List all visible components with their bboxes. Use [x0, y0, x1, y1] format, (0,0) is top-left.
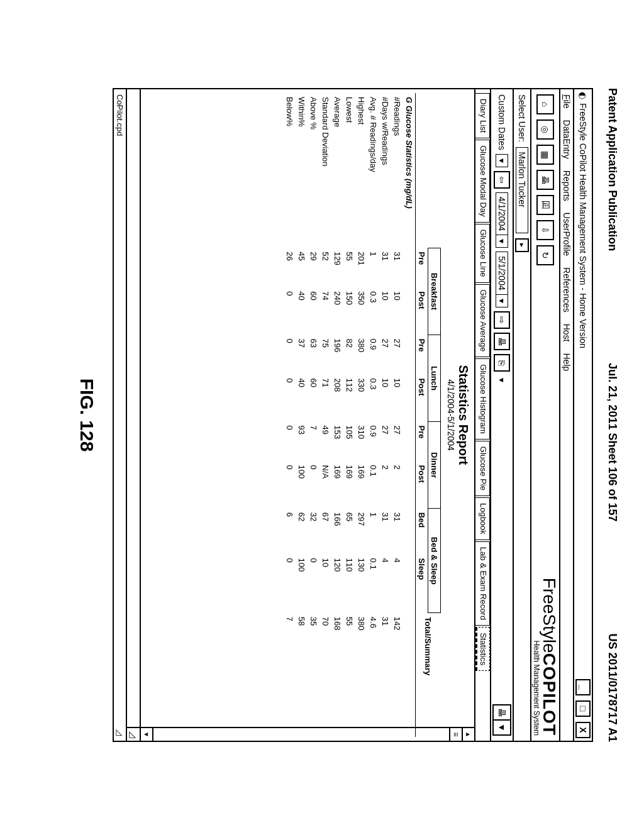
col-dpre: Pre — [416, 422, 428, 462]
col-dpost: Post — [416, 462, 428, 509]
col-group-lunch: Lunch — [428, 335, 441, 421]
download-icon[interactable]: ⇩ — [536, 220, 554, 240]
metric-value: 0 — [284, 462, 296, 509]
tab-diary-list[interactable]: Diary List — [475, 93, 490, 138]
home-icon[interactable]: ⌂ — [536, 94, 554, 114]
maximize-button[interactable]: □ — [575, 700, 591, 717]
col-bpre: Pre — [416, 248, 428, 287]
figure-caption: FIG. 128 — [76, 0, 97, 830]
metric-value: 31 — [391, 248, 403, 287]
menu-dataentry[interactable]: DataEntry — [562, 120, 572, 159]
metric-value: 27 — [391, 422, 403, 462]
metric-value: 1 — [367, 248, 379, 287]
menu-help[interactable]: Help — [562, 353, 572, 372]
printer-icon[interactable]: 🖶 — [536, 170, 554, 190]
metric-value: 55 — [343, 613, 355, 737]
metric-value: 49 — [319, 422, 331, 462]
vertical-scrollbar[interactable]: ▴ ≡ ▾ — [141, 727, 474, 741]
metric-value: 0.1 — [367, 555, 379, 613]
scroll-thumb[interactable]: ≡ — [449, 728, 462, 741]
metric-value: 55 — [343, 248, 355, 287]
pub-left: Patent Application Publication — [606, 88, 619, 251]
metric-value: 52 — [319, 248, 331, 287]
metric-value: 2 — [391, 462, 403, 509]
metric-value: 45 — [296, 248, 308, 287]
table-row: Above %296063607032035 — [308, 93, 319, 737]
tab-glucose-histogram[interactable]: Glucose Histogram — [475, 358, 490, 440]
window-title: FreeStyle CoPilot Health Management Syst… — [578, 103, 588, 348]
metric-value: 208 — [331, 374, 343, 421]
metric-value: 37 — [296, 335, 308, 374]
user-scroll-right-icon[interactable]: ▸ — [515, 238, 529, 252]
table-row: Highest201350380330310169297130380 — [355, 93, 367, 737]
scroll-corner: ◿ — [127, 727, 140, 741]
target-icon[interactable]: ◎ — [536, 119, 554, 140]
metric-value: 0.3 — [367, 374, 379, 421]
menu-host[interactable]: Host — [562, 324, 572, 342]
metric-value: 112 — [343, 374, 355, 421]
metric-value: 4 — [379, 555, 391, 613]
print-dropdown[interactable]: 🖶 ▼ — [492, 704, 511, 736]
metric-value: 82 — [343, 335, 355, 374]
menu-file[interactable]: File — [562, 94, 572, 109]
refresh-icon[interactable]: ↻ — [536, 245, 554, 265]
metric-value: 75 — [319, 335, 331, 374]
menu-userprofile[interactable]: UserProfile — [562, 213, 572, 256]
scroll-down-icon[interactable]: ▾ — [141, 728, 153, 741]
close-button[interactable]: X — [575, 722, 591, 738]
metric-value: 240 — [331, 287, 343, 335]
report-date-range: 4/1/2004-5/1/2004 — [446, 93, 456, 737]
date-next-button[interactable]: ⇨ — [494, 311, 510, 329]
select-user-label: Select User: — [517, 94, 527, 142]
metric-value: 7 — [284, 613, 296, 737]
date-range-label: Custom Dates — [497, 94, 507, 150]
resize-grip-icon[interactable]: ◿ — [115, 724, 125, 736]
metric-value: 2 — [379, 462, 391, 509]
metric-value: 120 — [331, 555, 343, 613]
metric-value: 350 — [355, 287, 367, 335]
metric-label: Above % — [308, 93, 319, 248]
metric-value: 10 — [379, 374, 391, 421]
date-clipboard-button[interactable]: ⎘ — [494, 354, 510, 372]
tab-glucose-average[interactable]: Glucose Average — [475, 284, 490, 358]
select-user-value[interactable]: Marlon Tucker — [516, 147, 528, 233]
col-group-bedsleep: Bed & Sleep — [428, 509, 441, 613]
section-glucose: G Glucose Statistics (mg/dL) — [404, 97, 414, 209]
horizontal-scrollbar[interactable]: ◿ — [127, 89, 141, 741]
metric-value: 196 — [331, 335, 343, 374]
col-bpost: Post — [416, 287, 428, 335]
metric-value: 10 — [379, 287, 391, 335]
scroll-up-icon[interactable]: ▴ — [462, 728, 474, 741]
metric-label: Avg. # Readings/day — [367, 93, 379, 248]
metric-value: 310 — [355, 422, 367, 462]
tab-glucose-line[interactable]: Glucose Line — [475, 224, 490, 283]
metric-value: 0 — [284, 335, 296, 374]
menu-references[interactable]: References — [562, 267, 572, 313]
date-to[interactable]: 5/1/2004▾ — [496, 252, 508, 307]
date-range-type[interactable]: ▾ — [496, 154, 508, 167]
tab-lab-exam[interactable]: Lab & Exam Record — [475, 541, 490, 626]
metric-value: 0 — [308, 462, 319, 509]
table-row: Within%45403740931006210058 — [296, 93, 308, 737]
metric-value: 380 — [355, 613, 367, 737]
metric-value: 169 — [355, 462, 367, 509]
date-from[interactable]: 4/1/2004▾ — [496, 192, 508, 248]
grid-icon[interactable]: ▦ — [536, 145, 554, 165]
metric-value: 380 — [355, 335, 367, 374]
date-prev-button[interactable]: ⇦ — [494, 171, 510, 189]
tab-glucose-modal-day[interactable]: Glucose Modal Day — [475, 140, 490, 222]
date-print-button[interactable]: 🖶 — [494, 333, 510, 350]
report-tabs: Diary List Glucose Modal Day Glucose Lin… — [474, 89, 490, 741]
language-icon[interactable]: 囸 — [536, 195, 554, 215]
metric-value: 0.3 — [367, 287, 379, 335]
menu-reports[interactable]: Reports — [562, 170, 572, 201]
metric-value: 0 — [284, 555, 296, 613]
metric-value: 169 — [343, 462, 355, 509]
tab-glucose-pie[interactable]: Glucose Pie — [475, 441, 490, 496]
minimize-button[interactable]: _ — [575, 679, 591, 695]
tab-statistics[interactable]: Statistics — [475, 627, 490, 671]
metric-label: Below% — [284, 93, 296, 248]
tab-logbook[interactable]: Logbook — [475, 497, 490, 540]
metric-value: 32 — [308, 509, 319, 555]
metric-value: 63 — [308, 335, 319, 374]
